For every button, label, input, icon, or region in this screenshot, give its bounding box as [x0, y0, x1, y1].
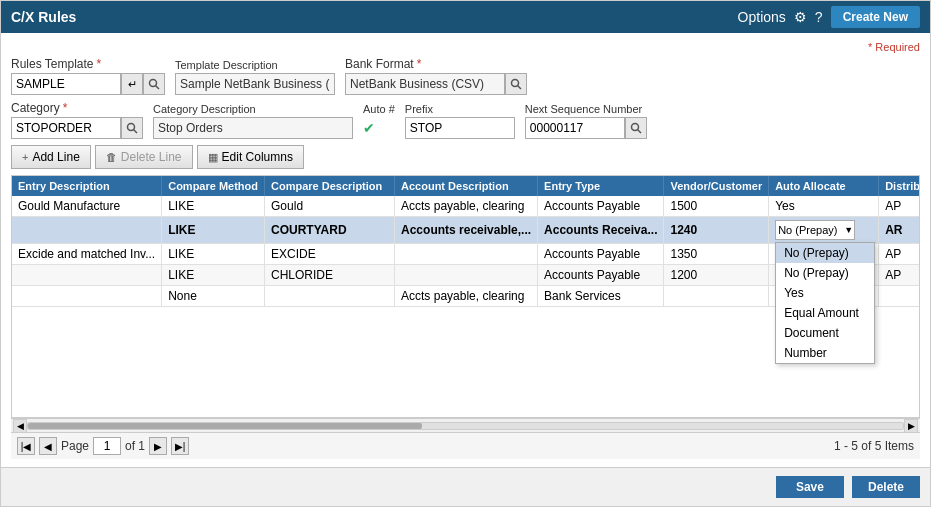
col-compare-description[interactable]: Compare Description [265, 176, 395, 196]
scroll-right-btn[interactable]: ▶ [904, 419, 918, 433]
category-input[interactable] [11, 117, 121, 139]
svg-line-3 [518, 86, 522, 90]
cell-entry-type: Accounts Payable [538, 244, 664, 265]
cell-entry-description: Gould Manufacture [12, 196, 162, 217]
dropdown-option-equal-amount[interactable]: Equal Amount [776, 303, 874, 323]
rules-template-group: Rules Template * ↵ [11, 57, 165, 95]
add-line-button[interactable]: + Add Line [11, 145, 91, 169]
cell-vendor-customer [664, 286, 769, 307]
rules-template-label: Rules Template * [11, 57, 165, 71]
category-description-label: Category Description [153, 103, 353, 115]
horizontal-scrollbar[interactable]: ◀ ▶ [11, 418, 920, 432]
items-count: 1 - 5 of 5 Items [834, 439, 914, 453]
data-table-container[interactable]: Entry Description Compare Method Compare… [11, 175, 920, 418]
cell-compare-method: LIKE [162, 196, 265, 217]
dropdown-option-no-prepay-2[interactable]: No (Prepay) [776, 263, 874, 283]
dropdown-option-no-prepay[interactable]: No (Prepay) [776, 243, 874, 263]
table-row[interactable]: LIKE COURTYARD Accounts receivable,... A… [12, 217, 920, 244]
footer: Save Delete [1, 467, 930, 506]
cell-distribution-co [879, 286, 920, 307]
scroll-thumb[interactable] [28, 423, 422, 429]
cell-compare-description: Gould [265, 196, 395, 217]
dropdown-option-number[interactable]: Number [776, 343, 874, 363]
cell-entry-type: Accounts Receiva... [538, 217, 664, 244]
bank-format-search-btn[interactable] [505, 73, 527, 95]
page-label: Page [61, 439, 89, 453]
next-page-btn[interactable]: ▶ [149, 437, 167, 455]
cell-entry-description [12, 265, 162, 286]
main-content: * Required Rules Template * ↵ Template D… [1, 33, 930, 467]
create-new-button[interactable]: Create New [831, 6, 920, 28]
page-of: of 1 [125, 439, 145, 453]
col-compare-method[interactable]: Compare Method [162, 176, 265, 196]
cell-account-description: Accounts receivable,... [395, 217, 538, 244]
auto-hash-group: Auto # ✔ [363, 103, 395, 139]
rules-template-input[interactable] [11, 73, 121, 95]
next-sequence-label: Next Sequence Number [525, 103, 647, 115]
rules-template-enter-btn[interactable]: ↵ [121, 73, 143, 95]
auto-hash-label: Auto # [363, 103, 395, 115]
scroll-left-btn[interactable]: ◀ [13, 419, 27, 433]
rules-template-input-group: ↵ [11, 73, 165, 95]
next-sequence-search-btn[interactable] [625, 117, 647, 139]
dropdown-option-document[interactable]: Document [776, 323, 874, 343]
app-title: C/X Rules [11, 9, 76, 25]
cell-vendor-customer: 1200 [664, 265, 769, 286]
table-header-row: Entry Description Compare Method Compare… [12, 176, 920, 196]
page-number-input[interactable] [93, 437, 121, 455]
help-icon[interactable]: ? [815, 9, 823, 25]
first-page-btn[interactable]: |◀ [17, 437, 35, 455]
cell-entry-description [12, 217, 162, 244]
col-entry-description[interactable]: Entry Description [12, 176, 162, 196]
cell-compare-method: LIKE [162, 217, 265, 244]
last-page-btn[interactable]: ▶| [171, 437, 189, 455]
col-auto-allocate[interactable]: Auto Allocate [769, 176, 879, 196]
prefix-input[interactable] [405, 117, 515, 139]
next-sequence-input[interactable] [525, 117, 625, 139]
cell-account-description: Accts payable, clearing [395, 286, 538, 307]
col-account-description[interactable]: Account Description [395, 176, 538, 196]
edit-columns-button[interactable]: ▦ Edit Columns [197, 145, 304, 169]
auto-allocate-select[interactable]: No (Prepay) [775, 220, 855, 240]
save-button[interactable]: Save [776, 476, 844, 498]
form-row-1: Rules Template * ↵ Template Description … [11, 57, 920, 95]
cell-entry-type: Accounts Payable [538, 196, 664, 217]
auto-hash-checkbox[interactable]: ✔ [363, 120, 375, 136]
col-entry-type[interactable]: Entry Type [538, 176, 664, 196]
category-group: Category * [11, 101, 143, 139]
required-note: * Required [11, 41, 920, 53]
plus-icon: + [22, 151, 28, 163]
scroll-track[interactable] [27, 422, 904, 430]
delete-line-button[interactable]: 🗑 Delete Line [95, 145, 193, 169]
gear-icon[interactable]: ⚙ [794, 9, 807, 25]
toolbar: + Add Line 🗑 Delete Line ▦ Edit Columns [11, 145, 920, 169]
cell-account-description [395, 244, 538, 265]
svg-point-2 [512, 80, 519, 87]
auto-allocate-dropdown[interactable]: No (Prepay) ▼ [775, 220, 855, 240]
next-sequence-group: Next Sequence Number [525, 103, 647, 139]
table-row[interactable]: Gould Manufacture LIKE Gould Accts payab… [12, 196, 920, 217]
header-right: Options ⚙ ? Create New [738, 6, 920, 28]
category-search-btn[interactable] [121, 117, 143, 139]
cell-entry-description: Excide and matched Inv... [12, 244, 162, 265]
category-input-group [11, 117, 143, 139]
cell-vendor-customer: 1240 [664, 217, 769, 244]
auto-allocate-popup[interactable]: No (Prepay) No (Prepay) Yes Equal Amount… [775, 242, 875, 364]
cell-distribution-co: AR [879, 217, 920, 244]
col-distribution-co[interactable]: Distribution Co... [879, 176, 920, 196]
svg-point-4 [128, 124, 135, 131]
dropdown-option-yes[interactable]: Yes [776, 283, 874, 303]
bank-format-label: Bank Format * [345, 57, 527, 71]
cell-auto-allocate[interactable]: No (Prepay) ▼ No (Prepay) No (Prepay) Ye… [769, 217, 879, 244]
cell-account-description [395, 265, 538, 286]
rules-template-search-btn[interactable] [143, 73, 165, 95]
svg-point-0 [150, 80, 157, 87]
template-description-group: Template Description [175, 59, 335, 95]
prev-page-btn[interactable]: ◀ [39, 437, 57, 455]
delete-button[interactable]: Delete [852, 476, 920, 498]
pagination-controls: |◀ ◀ Page of 1 ▶ ▶| [17, 437, 189, 455]
template-description-label: Template Description [175, 59, 335, 71]
svg-point-6 [631, 124, 638, 131]
col-vendor-customer[interactable]: Vendor/Customer [664, 176, 769, 196]
cell-distribution-co: AP [879, 196, 920, 217]
